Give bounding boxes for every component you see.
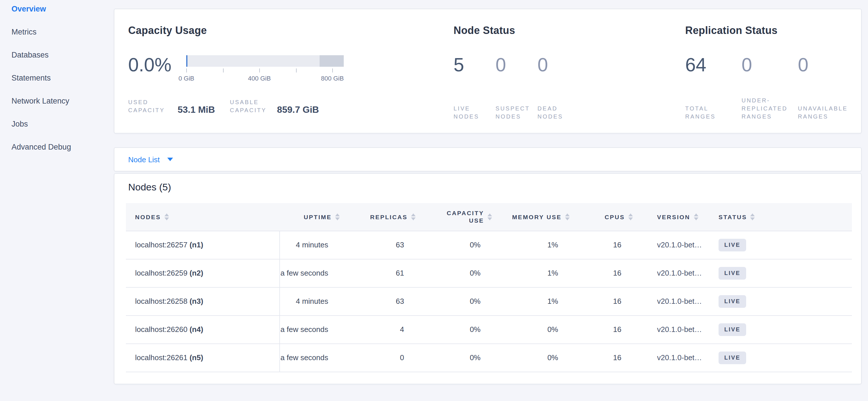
capacity-stats: USED CAPACITY 53.1 MiB USABLE CAPACITY 8… xyxy=(128,98,448,114)
replicas-cell: 63 xyxy=(340,231,415,259)
unavailable-ranges-count: 0 xyxy=(798,52,854,78)
replicas-cell: 4 xyxy=(340,315,415,343)
version-cell: v20.1.0-bet… xyxy=(633,315,708,343)
sidebar-item-network-latency[interactable]: Network Latency xyxy=(11,97,113,105)
replicas-cell: 63 xyxy=(340,287,415,315)
table-header-row: NODES UPTIME REPLICAS CAPACIT xyxy=(126,203,852,231)
capacity-use-cell: 0% xyxy=(415,287,492,315)
capacity-bar-reserved-segment xyxy=(320,55,344,67)
sort-icon xyxy=(488,213,492,220)
total-ranges-label: TOTAL RANGES xyxy=(685,105,737,121)
replication-status-section: Replication Status 64 0 0 TOTAL RANGES U… xyxy=(682,24,854,121)
uptime-cell: a few seconds xyxy=(279,343,340,372)
status-cell: LIVE xyxy=(708,343,852,372)
sidebar: Overview Metrics Databases Statements Ne… xyxy=(0,0,113,401)
memory-use-cell: 1% xyxy=(492,287,570,315)
axis-tick xyxy=(223,68,223,73)
status-cell: LIVE xyxy=(708,231,852,259)
column-header-uptime[interactable]: UPTIME xyxy=(279,203,340,231)
sort-icon xyxy=(411,213,415,220)
cpus-cell: 16 xyxy=(570,343,633,372)
capacity-use-cell: 0% xyxy=(415,343,492,372)
node-address-cell[interactable]: localhost:26258 (n3) xyxy=(126,287,279,315)
capacity-use-cell: 0% xyxy=(415,231,492,259)
live-nodes-label: LIVE NODES xyxy=(454,105,489,121)
capacity-use-cell: 0% xyxy=(415,259,492,287)
version-cell: v20.1.0-bet… xyxy=(633,287,708,315)
column-header-status[interactable]: STATUS xyxy=(708,203,852,231)
sidebar-item-jobs[interactable]: Jobs xyxy=(11,120,113,128)
version-cell: v20.1.0-bet… xyxy=(633,343,708,372)
node-status-title: Node Status xyxy=(454,24,682,37)
usable-capacity-label: USABLE CAPACITY xyxy=(230,98,269,114)
axis-tick xyxy=(332,68,333,73)
column-header-nodes[interactable]: NODES xyxy=(126,203,279,231)
replication-status-title: Replication Status xyxy=(685,24,854,37)
replicas-cell: 61 xyxy=(340,259,415,287)
unavailable-ranges-label: UNAVAILABLE RANGES xyxy=(798,105,849,121)
total-ranges-count: 64 xyxy=(685,52,742,78)
node-list-dropdown[interactable]: Node List xyxy=(128,155,173,164)
memory-use-cell: 1% xyxy=(492,231,570,259)
axis-tick xyxy=(296,68,296,73)
column-header-version[interactable]: VERSION xyxy=(633,203,708,231)
column-header-replicas[interactable]: REPLICAS xyxy=(340,203,415,231)
node-row[interactable]: localhost:26258 (n3) 4 minutes 63 0% 1% … xyxy=(126,287,852,315)
node-address-cell[interactable]: localhost:26257 (n1) xyxy=(126,231,279,259)
nodes-table-card: Nodes (5) NODES UPTIME xyxy=(114,173,862,384)
used-capacity-label: USED CAPACITY xyxy=(128,98,167,114)
uptime-cell: 4 minutes xyxy=(279,287,340,315)
node-address-cell[interactable]: localhost:26260 (n4) xyxy=(126,315,279,343)
column-header-memory-use[interactable]: MEMORY USE xyxy=(492,203,570,231)
memory-use-cell: 0% xyxy=(492,315,570,343)
capacity-used-percent: 0.0% xyxy=(128,52,171,78)
status-badge: LIVE xyxy=(718,351,746,364)
version-cell: v20.1.0-bet… xyxy=(633,259,708,287)
suspect-nodes-label: SUSPECT NODES xyxy=(496,105,531,121)
sort-icon xyxy=(750,213,755,220)
sort-icon xyxy=(335,213,340,220)
dead-nodes-count: 0 xyxy=(537,52,580,78)
sidebar-item-databases[interactable]: Databases xyxy=(11,51,113,59)
cluster-overview-page: Overview Metrics Databases Statements Ne… xyxy=(0,0,868,401)
sidebar-item-overview[interactable]: Overview xyxy=(11,5,113,13)
replicas-cell: 0 xyxy=(340,343,415,372)
caret-down-icon xyxy=(167,157,173,161)
axis-tick-label: 400 GiB xyxy=(248,75,271,82)
column-header-cpus[interactable]: CPUS xyxy=(570,203,633,231)
node-row[interactable]: localhost:26261 (n5) a few seconds 0 0% … xyxy=(126,343,852,372)
uptime-cell: a few seconds xyxy=(279,315,340,343)
node-address-cell[interactable]: localhost:26259 (n2) xyxy=(126,259,279,287)
used-capacity-value: 53.1 MiB xyxy=(178,105,215,114)
sidebar-item-metrics[interactable]: Metrics xyxy=(11,28,113,36)
axis-tick xyxy=(259,68,260,73)
cpus-cell: 16 xyxy=(570,231,633,259)
node-row[interactable]: localhost:26259 (n2) a few seconds 61 0%… xyxy=(126,259,852,287)
status-badge: LIVE xyxy=(718,323,746,336)
version-cell: v20.1.0-bet… xyxy=(633,231,708,259)
node-row[interactable]: localhost:26260 (n4) a few seconds 4 0% … xyxy=(126,315,852,343)
status-badge: LIVE xyxy=(718,238,746,251)
usable-capacity-value: 859.7 GiB xyxy=(277,105,319,114)
capacity-usage-title: Capacity Usage xyxy=(128,24,448,37)
cpus-cell: 16 xyxy=(570,315,633,343)
sort-icon xyxy=(694,213,699,220)
cpus-cell: 16 xyxy=(570,259,633,287)
sidebar-item-statements[interactable]: Statements xyxy=(11,74,113,82)
capacity-usage-section: Capacity Usage 0.0% xyxy=(128,24,448,121)
sort-icon xyxy=(628,213,633,220)
capacity-use-cell: 0% xyxy=(415,315,492,343)
node-list-bar: Node List xyxy=(114,147,862,171)
live-nodes-count: 5 xyxy=(454,52,496,78)
column-header-capacity-use[interactable]: CAPACITY USE xyxy=(415,203,492,231)
status-cell: LIVE xyxy=(708,287,852,315)
node-row[interactable]: localhost:26257 (n1) 4 minutes 63 0% 1% … xyxy=(126,231,852,259)
capacity-bar xyxy=(186,55,344,67)
status-badge: LIVE xyxy=(718,267,746,279)
sidebar-item-advanced-debug[interactable]: Advanced Debug xyxy=(11,143,113,151)
cluster-summary-card: Capacity Usage 0.0% xyxy=(114,9,862,134)
capacity-bar-chart: 0 GiB 400 GiB 800 GiB xyxy=(186,55,344,85)
status-cell: LIVE xyxy=(708,315,852,343)
node-address-cell[interactable]: localhost:26261 (n5) xyxy=(126,343,279,372)
nodes-table: NODES UPTIME REPLICAS CAPACIT xyxy=(126,203,852,372)
